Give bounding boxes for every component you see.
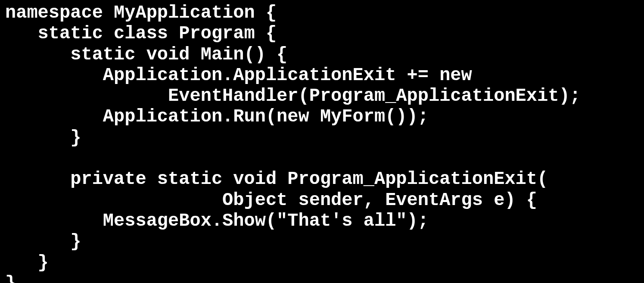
code-line: static void Main() { <box>5 44 287 65</box>
code-line: namespace MyApplication { <box>5 3 277 23</box>
code-line: private static void Program_ApplicationE… <box>5 169 548 190</box>
code-line: } <box>5 252 49 273</box>
code-line: Object sender, EventArgs e) { <box>5 190 537 211</box>
code-line: } <box>5 128 81 148</box>
code-line: } <box>5 231 81 252</box>
code-line: Application.Run(new MyForm()); <box>5 106 429 127</box>
code-line: EventHandler(Program_ApplicationExit); <box>5 86 581 106</box>
code-line: } <box>5 273 16 283</box>
code-line: MessageBox.Show("That's all"); <box>5 211 429 231</box>
code-line: Application.ApplicationExit += new <box>5 65 472 86</box>
code-line: static class Program { <box>5 23 277 44</box>
code-block: namespace MyApplication { static class P… <box>0 0 644 283</box>
